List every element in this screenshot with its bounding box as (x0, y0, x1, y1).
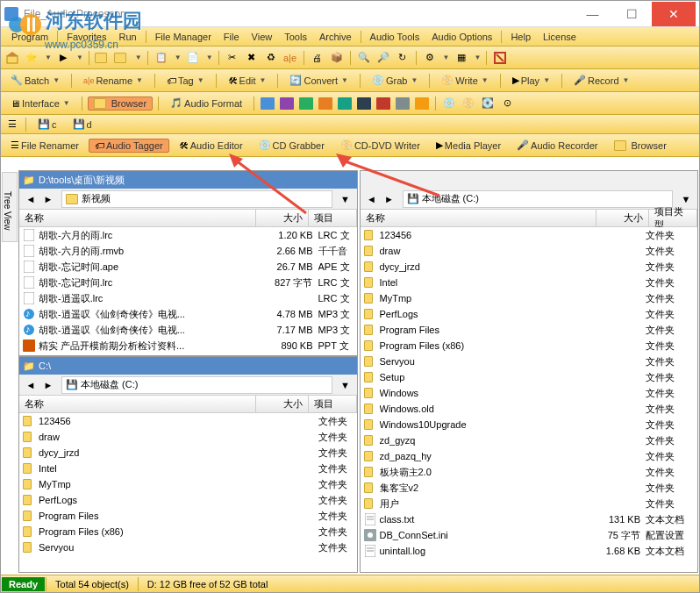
menu-help[interactable]: Help (505, 30, 536, 44)
list-item[interactable]: unintall.log1.68 KB文本文档 (361, 543, 698, 559)
chevron-down-icon[interactable]: ▼ (206, 54, 213, 61)
list-item[interactable]: 胡歌-忘记时间.ape26.7 MBAPE 文 (19, 259, 357, 275)
menu-tools[interactable]: Tools (279, 30, 312, 44)
list-item[interactable]: 用户文件夹 (361, 496, 698, 511)
list-item[interactable]: Program Files (x86)文件夹 (361, 338, 698, 354)
icon-folder1[interactable] (95, 50, 111, 66)
format-icon-5[interactable] (337, 96, 353, 111)
tree-view-tab[interactable]: Tree View (2, 172, 18, 242)
exit-icon[interactable] (492, 50, 508, 66)
list-item[interactable]: zd_pazq_hy文件夹 (361, 448, 698, 464)
col-name[interactable]: 名称 (19, 396, 256, 412)
col-name[interactable]: 名称 (19, 210, 256, 226)
breadcrumb[interactable]: 新视频 (61, 190, 332, 208)
format-icon-7[interactable] (375, 96, 391, 111)
gear-icon[interactable]: ⚙ (422, 50, 438, 66)
list-item[interactable]: 精实 产品开模前期分析检讨资料...890 KBPPT 文 (19, 338, 357, 354)
list-item[interactable]: 胡歌-六月的雨.rmvb2.66 MB千千音 (19, 243, 357, 259)
back-icon[interactable]: ◄ (364, 191, 380, 207)
forward-icon[interactable]: ► (382, 191, 397, 207)
col-size[interactable]: 大小 (596, 210, 649, 226)
left-bottom-list[interactable]: 123456文件夹draw文件夹dycy_jrzd文件夹Intel文件夹MyTm… (19, 413, 357, 572)
list-item[interactable]: Servyou文件夹 (361, 354, 698, 369)
list-item[interactable]: Setup文件夹 (361, 369, 698, 385)
chevron-down-icon[interactable]: ▼ (45, 54, 52, 61)
list-item[interactable]: 胡歌-六月的雨.lrc1.20 KBLRC 文 (19, 227, 357, 243)
left-top-list[interactable]: 胡歌-六月的雨.lrc1.20 KBLRC 文胡歌-六月的雨.rmvb2.66 … (19, 227, 357, 355)
list-item[interactable]: zd_gyzq文件夹 (361, 432, 698, 448)
back-icon[interactable]: ◄ (23, 377, 39, 393)
tab-cd-dvd-writer[interactable]: 📀CD-DVD Writer (334, 138, 426, 153)
icon-home[interactable] (4, 50, 20, 66)
tab-media-player[interactable]: ▶Media Player (430, 138, 507, 153)
list-item[interactable]: ♪胡歌-逍遥叹《仙剑奇侠传》电视...4.78 MBMP3 文 (19, 306, 357, 322)
menu-audiooptions[interactable]: Audio Options (426, 30, 497, 44)
write-dropdown[interactable]: 📀Write▼ (435, 73, 494, 88)
format-icon-1[interactable] (260, 96, 275, 111)
tab-browser[interactable]: Browser (608, 139, 673, 153)
edit-dropdown[interactable]: 🛠Edit▼ (222, 74, 273, 88)
audio-format-button[interactable]: 🎵Audio Format (164, 96, 248, 111)
rename-icon[interactable]: a|e (282, 50, 298, 66)
menu-license[interactable]: License (538, 30, 582, 44)
right-list[interactable]: 123456文件夹draw文件夹dycy_jrzd文件夹Intel文件夹MyTm… (361, 227, 698, 572)
batch-dropdown[interactable]: 🔧Batch▼ (4, 73, 66, 88)
view-icon[interactable]: ▦ (454, 50, 469, 66)
list-item[interactable]: draw文件夹 (361, 243, 698, 259)
list-item[interactable]: Windows.old文件夹 (361, 401, 698, 417)
format-icon-8[interactable] (395, 96, 411, 111)
menu-run[interactable]: Run (113, 30, 141, 44)
rename-dropdown[interactable]: a|eRename▼ (77, 74, 149, 88)
menu-file[interactable]: File (218, 30, 245, 44)
paste-icon[interactable]: 📄 (185, 50, 201, 66)
list-item[interactable]: Servyou文件夹 (19, 539, 357, 555)
minimize-button[interactable]: — (573, 2, 612, 26)
tab-audio-tagger[interactable]: 🏷Audio Tagger (89, 139, 169, 153)
col-size[interactable]: 大小 (256, 396, 309, 412)
copy-icon[interactable]: 📋 (154, 50, 169, 66)
menu-favorites[interactable]: Favorites (61, 30, 111, 44)
col-size[interactable]: 大小 (256, 210, 309, 226)
format-icon-9[interactable] (414, 96, 430, 111)
delete-icon[interactable]: ✖ (244, 50, 260, 66)
chevron-down-icon[interactable]: ▼ (175, 54, 182, 61)
icon-run[interactable]: ▶ (55, 50, 71, 66)
list-item[interactable]: PerfLogs文件夹 (361, 306, 698, 322)
format-icon-2[interactable] (279, 96, 295, 111)
tag-dropdown[interactable]: 🏷Tag▼ (161, 74, 211, 88)
disc-icon-3[interactable]: 💽 (480, 96, 496, 111)
list-item[interactable]: PerfLogs文件夹 (19, 492, 357, 508)
list-item[interactable]: MyTmp文件夹 (19, 476, 357, 492)
disc-icon-4[interactable]: ⊙ (499, 96, 515, 111)
close-button[interactable]: ✕ (652, 2, 696, 26)
search-icon[interactable]: 🔎 (375, 50, 391, 66)
list-item[interactable]: DB_ConnSet.ini75 字节配置设置 (361, 527, 698, 543)
list-item[interactable]: 胡歌-逍遥叹.lrcLRC 文 (19, 290, 357, 306)
menu-audiotools[interactable]: Audio Tools (365, 30, 425, 44)
chevron-down-icon[interactable]: ▼ (443, 54, 450, 61)
chevron-down-icon[interactable]: ▼ (135, 54, 142, 61)
chevron-down-icon[interactable]: ▼ (76, 54, 83, 61)
list-item[interactable]: 123456文件夹 (19, 413, 357, 429)
list-item[interactable]: dycy_jrzd文件夹 (19, 445, 357, 461)
breadcrumb[interactable]: 💾 本地磁盘 (C:) (61, 376, 332, 394)
menu-archive[interactable]: Archive (314, 30, 357, 44)
col-name[interactable]: 名称 (361, 210, 597, 226)
list-item[interactable]: 板块霸主2.0文件夹 (361, 464, 698, 480)
list-item[interactable]: Intel文件夹 (361, 275, 698, 290)
col-type[interactable]: 项目类型 (649, 210, 697, 226)
maximize-button[interactable]: ☐ (612, 2, 652, 26)
tab-audio-editor[interactable]: 🛠Audio Editor (173, 139, 249, 153)
list-item[interactable]: MyTmp文件夹 (361, 290, 698, 306)
col-type[interactable]: 项目 (309, 396, 357, 412)
icon-star[interactable]: ⭐ (24, 50, 39, 66)
dropdown-icon[interactable]: ▼ (338, 191, 354, 207)
binoculars-icon[interactable]: 🔍 (356, 50, 372, 66)
disc-icon-1[interactable]: 💿 (441, 96, 457, 111)
icon-folder2[interactable] (114, 50, 130, 66)
list-item[interactable]: Intel文件夹 (19, 461, 357, 476)
play-dropdown[interactable]: ▶Play▼ (506, 73, 556, 88)
recycle-icon[interactable]: ♻ (263, 50, 279, 66)
drive-list-icon[interactable]: ☰ (4, 117, 20, 132)
tab-file-renamer[interactable]: ☰File Renamer (4, 138, 85, 153)
